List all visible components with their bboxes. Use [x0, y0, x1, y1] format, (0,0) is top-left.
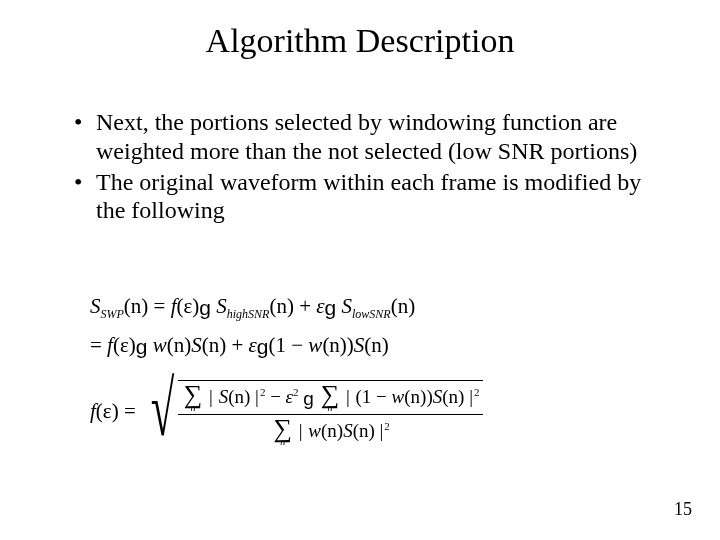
eq-sup: 2 [474, 385, 480, 397]
eq-text: (n)) [404, 386, 432, 407]
eq-sub: highSNR [227, 307, 270, 321]
eq-sup: 2 [384, 420, 390, 432]
eq-sym: ε [249, 333, 257, 357]
eq-sym: w [308, 420, 321, 441]
eq-sqrt: √ ∑n | S(n) |2 − ε2 g ∑n | (1 − w(n))S(n… [141, 380, 483, 446]
sigma-icon: ∑n [321, 385, 340, 412]
eq-text: = [90, 333, 107, 357]
eq-sup: 2 [293, 385, 299, 397]
equation-line-1: SSWP(n) = f(ε)g ShighSNR(n) + εg SlowSNR… [90, 290, 650, 323]
eq-bar: | [209, 386, 214, 407]
eq-text: (n) + [269, 294, 316, 318]
eq-sup: 2 [260, 385, 266, 397]
eq-sym: ε [286, 386, 294, 407]
eq-sym: w [308, 333, 322, 357]
eq-bar: | [346, 386, 351, 407]
eq-sym: S [342, 294, 353, 318]
eq-g: g [303, 385, 314, 414]
eq-sym: S [90, 294, 101, 318]
eq-fraction: ∑n | S(n) |2 − ε2 g ∑n | (1 − w(n))S(n) … [178, 383, 484, 446]
eq-sym: ε [316, 294, 324, 318]
eq-sub: SWP [101, 307, 124, 321]
eq-sym: S [216, 294, 227, 318]
eq-g: g [199, 292, 211, 324]
slide-body: Next, the portions selected by windowing… [74, 108, 660, 227]
slide: Algorithm Description Next, the portions… [0, 0, 720, 540]
eq-text: (n) [321, 420, 343, 441]
list-item: The original waveform within each frame … [74, 168, 660, 226]
eq-text: (1 − [269, 333, 309, 357]
eq-sym: S [343, 420, 353, 441]
eq-sub: lowSNR [352, 307, 391, 321]
eq-sym: S [354, 333, 365, 357]
eq-denominator: ∑n | w(n)S(n) |2 [267, 417, 393, 446]
eq-numerator: ∑n | S(n) |2 − ε2 g ∑n | (1 − w(n))S(n) … [178, 383, 484, 412]
eq-sqrt-body: ∑n | S(n) |2 − ε2 g ∑n | (1 − w(n))S(n) … [178, 380, 484, 446]
page-number: 15 [674, 499, 692, 520]
bullet-text: The original waveform within each frame … [96, 169, 641, 224]
eq-text: (n) [442, 386, 464, 407]
bullet-text: Next, the portions selected by windowing… [96, 109, 637, 164]
list-item: Next, the portions selected by windowing… [74, 108, 660, 166]
eq-text: (ε) = [96, 399, 141, 423]
eq-text: (n) [364, 333, 389, 357]
eq-g: g [136, 331, 148, 363]
equation-block: SSWP(n) = f(ε)g ShighSNR(n) + εg SlowSNR… [90, 290, 650, 446]
eq-text: (1 − [356, 386, 392, 407]
eq-g: g [325, 292, 337, 324]
eq-text: (ε) [177, 294, 200, 318]
eq-sym: S [433, 386, 443, 407]
eq-text: (n) [353, 420, 375, 441]
eq-sym: w [153, 333, 167, 357]
bullet-list: Next, the portions selected by windowing… [74, 108, 660, 225]
equation-line-2: = f(ε)g w(n)S(n) + εg(1 − w(n))S(n) [90, 329, 650, 362]
eq-g: g [257, 331, 269, 363]
eq-text: (n)) [322, 333, 353, 357]
eq-text: − [270, 386, 285, 407]
slide-title: Algorithm Description [0, 22, 720, 60]
eq-frac-bar [178, 414, 484, 415]
sigma-icon: ∑n [273, 419, 292, 446]
eq-text: (n) [228, 386, 250, 407]
eq-text: (n) = [124, 294, 171, 318]
eq-sym: S [219, 386, 229, 407]
eq-text: (n) [167, 333, 192, 357]
eq-text: (ε) [113, 333, 136, 357]
eq-sym: w [392, 386, 405, 407]
eq-sym: S [191, 333, 202, 357]
eq-text: (n) + [202, 333, 249, 357]
eq-text: (n) [391, 294, 416, 318]
eq-bar: | [299, 420, 304, 441]
sigma-icon: ∑n [184, 385, 203, 412]
equation-line-3: f(ε) = √ ∑n | S(n) |2 − ε2 g ∑n | (1 − w… [90, 380, 650, 446]
